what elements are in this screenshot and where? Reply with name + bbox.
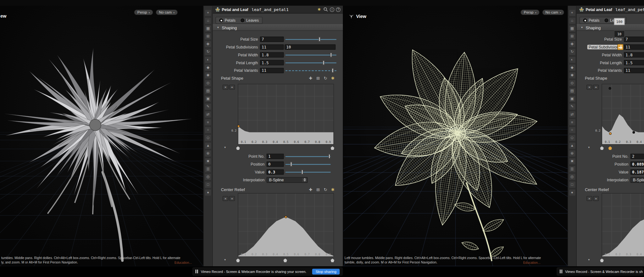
reset-icon[interactable]: ↻ xyxy=(323,76,328,81)
spinner-icon[interactable] xyxy=(302,178,307,182)
param-slider[interactable] xyxy=(286,68,336,73)
help-icon[interactable]: ? xyxy=(336,7,340,12)
persp-view-button[interactable]: Persp ▾ xyxy=(134,9,153,15)
param-slider[interactable] xyxy=(286,161,331,167)
viewport-tool-icon[interactable]: ▲ xyxy=(205,143,211,149)
viewport-tool-icon[interactable]: ⊙ xyxy=(205,80,211,87)
param-value-field[interactable]: 0 xyxy=(267,161,284,167)
param-value-field[interactable]: 7 xyxy=(260,37,284,42)
left-3d-viewport[interactable]: ew Persp ▾ No cam ▾ tumbles. Middle pans… xyxy=(0,6,203,266)
ramp-point-selected[interactable] xyxy=(285,216,287,218)
pause-icon[interactable] xyxy=(196,269,198,273)
tab-leaves[interactable]: Leaves xyxy=(241,18,259,22)
viewport-tool-icon[interactable]: ◇ xyxy=(205,135,211,141)
viewport-tool-icon[interactable]: ⊕ xyxy=(205,150,211,157)
center-relief-ramp-editor[interactable]: 0.10.20.30.40.50.60.70.80.9 xyxy=(602,193,644,257)
viewport-tool-icon[interactable]: ○ xyxy=(569,127,575,133)
add-point-button[interactable]: + xyxy=(229,196,235,201)
viewport-tool-icon[interactable]: ⊞ xyxy=(569,33,575,40)
viewport-tool-icon[interactable]: ≡ xyxy=(205,119,211,126)
viewport-tool-icon[interactable]: ○ xyxy=(205,127,211,133)
param-value-field[interactable]: 0.3 xyxy=(267,169,284,175)
persp-view-button[interactable]: Persp ▾ xyxy=(520,9,540,15)
param-value-field[interactable]: 2 xyxy=(630,154,644,159)
add-point-button[interactable]: + xyxy=(593,85,599,90)
param-value-field[interactable]: 11 xyxy=(624,68,644,73)
node-name-field[interactable]: leaf_and_petal1 xyxy=(250,7,315,12)
ramp-start-marker[interactable] xyxy=(236,258,240,262)
value-ladder[interactable]: 10010 xyxy=(614,18,625,42)
ramp-collapse-icon[interactable]: ▼ xyxy=(588,146,590,149)
remove-point-button[interactable]: × xyxy=(223,85,228,90)
viewport-tool-icon[interactable]: ✎ xyxy=(569,104,575,110)
param-value-field[interactable]: 0.0894 xyxy=(630,161,644,167)
ramp-collapse-icon[interactable]: ▼ xyxy=(224,258,226,261)
ramp-start-marker[interactable] xyxy=(600,258,604,262)
gear-icon[interactable]: ✱ xyxy=(317,7,322,12)
shaping-section-header[interactable]: ▼ Shaping xyxy=(213,24,343,31)
viewport-tool-icon[interactable]: ▲ xyxy=(569,143,575,149)
param-slider[interactable] xyxy=(286,37,336,42)
right-3d-viewport[interactable]: View Persp ▾ No cam ▾ Left mouse tumbles… xyxy=(343,6,568,266)
remove-point-button[interactable]: × xyxy=(586,85,592,90)
viewport-tool-icon[interactable]: ◎ xyxy=(569,174,575,180)
ramp-point-marker[interactable] xyxy=(283,258,287,262)
add-point-button[interactable]: + xyxy=(229,85,235,90)
param-value-field[interactable]: 11 xyxy=(260,44,284,50)
add-point-button[interactable]: + xyxy=(593,196,599,201)
viewport-tool-icon[interactable]: □ xyxy=(205,182,211,188)
stop-sharing-button[interactable]: Stop sharing xyxy=(312,269,340,274)
camera-select-button[interactable]: No cam ▾ xyxy=(156,9,178,15)
search-icon[interactable] xyxy=(323,7,328,12)
ramp-collapse-icon[interactable]: ▼ xyxy=(224,146,226,149)
viewport-tool-icon[interactable]: ▦ xyxy=(205,25,211,32)
param-value-field[interactable]: 1.5 xyxy=(624,60,644,65)
ramp-selected-point-marker[interactable] xyxy=(608,146,612,150)
viewport-tool-icon[interactable]: ⌖ xyxy=(205,10,211,16)
ladder-step[interactable]: 10 xyxy=(614,31,625,37)
param-value-field-2[interactable]: 10 xyxy=(285,44,336,50)
viewport-tool-icon[interactable]: ⌂ xyxy=(569,18,575,24)
viewport-tool-icon[interactable]: ◇ xyxy=(569,135,575,141)
param-slider[interactable] xyxy=(286,169,331,175)
param-slider[interactable] xyxy=(286,154,331,159)
viewport-tool-icon[interactable]: ↻ xyxy=(569,49,575,55)
pan-icon[interactable]: ✚ xyxy=(308,76,314,81)
ramp-start-marker[interactable] xyxy=(600,146,604,150)
viewport-tool-icon[interactable]: ☰ xyxy=(205,166,211,172)
viewport-tool-icon[interactable]: ⊞ xyxy=(205,33,211,40)
ramp-end-marker[interactable] xyxy=(330,258,334,262)
viewport-tool-icon[interactable]: ☰ xyxy=(569,166,575,172)
ladder-cursor[interactable] xyxy=(617,44,624,50)
viewport-tool-icon[interactable]: ⌖ xyxy=(569,10,575,16)
viewport-tool-icon[interactable]: ◎ xyxy=(205,174,211,180)
viewport-tool-icon[interactable]: ◐ xyxy=(569,57,575,63)
viewport-tool-icon[interactable]: ⊙ xyxy=(569,80,575,87)
reset-icon[interactable]: ↻ xyxy=(323,187,328,192)
ramp-start-marker[interactable] xyxy=(236,146,240,150)
info-icon[interactable]: i xyxy=(330,7,334,12)
viewport-tool-icon[interactable]: ⊕ xyxy=(569,150,575,157)
frame-icon[interactable]: ⊞ xyxy=(315,76,321,81)
param-slider[interactable] xyxy=(286,52,336,58)
param-value-field[interactable]: 1.8 xyxy=(260,52,284,58)
param-value-field[interactable]: 1.8 xyxy=(624,52,644,58)
frame-icon[interactable]: ⊞ xyxy=(315,187,321,192)
camera-select-button[interactable]: No cam ▾ xyxy=(542,9,564,15)
viewport-tool-icon[interactable]: ✖ xyxy=(569,158,575,165)
param-value-field[interactable]: 11 xyxy=(260,68,284,73)
remove-point-button[interactable]: × xyxy=(586,196,592,201)
interpolation-dropdown[interactable]: B-Spline xyxy=(267,177,308,183)
petal-shape-ramp-editor[interactable]: 0.10.20.30.40.50.60.70.80.9 xyxy=(238,84,334,144)
param-value-field[interactable]: 0.1875 xyxy=(630,169,644,175)
viewport-tool-icon[interactable]: ⌂ xyxy=(205,18,211,24)
presets-icon[interactable]: ✱ xyxy=(330,76,336,81)
viewport-tool-icon[interactable]: ● xyxy=(205,189,211,196)
param-value-field[interactable]: 1 xyxy=(267,154,284,159)
ramp-collapse-icon[interactable]: ▼ xyxy=(588,258,590,261)
viewport-tool-icon[interactable]: ▣ xyxy=(205,96,211,102)
viewport-tool-icon[interactable]: ✚ xyxy=(205,41,211,48)
viewport-tool-icon[interactable]: □ xyxy=(569,182,575,188)
node-name-field[interactable]: leaf_and_petal1 xyxy=(614,7,644,12)
viewport-tool-icon[interactable]: ▤ xyxy=(205,88,211,94)
